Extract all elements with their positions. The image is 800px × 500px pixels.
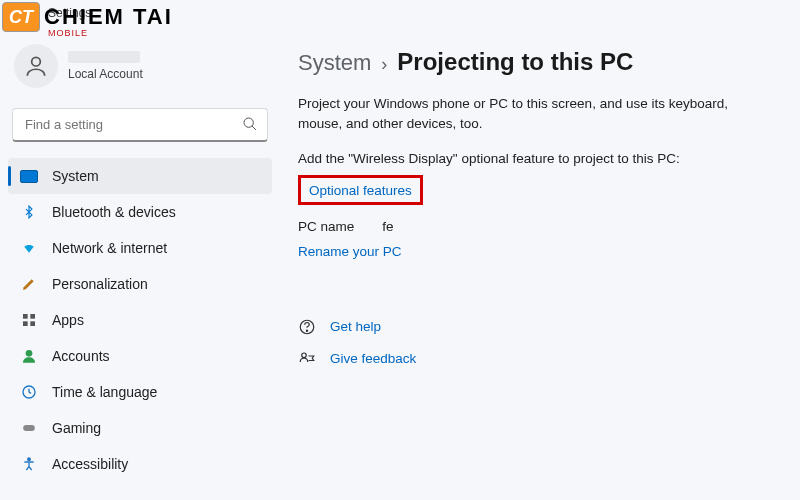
pc-name-label: PC name (298, 219, 354, 234)
svg-point-10 (28, 458, 31, 461)
sidebar-item-network[interactable]: Network & internet (8, 230, 272, 266)
get-help-link[interactable]: Get help (330, 319, 381, 334)
accessibility-icon (20, 455, 38, 473)
page-title: Projecting to this PC (397, 48, 633, 76)
watermark-overlay: CT CHIEM TAI MOBILE (2, 2, 173, 38)
svg-point-0 (32, 57, 41, 66)
sidebar-item-accessibility[interactable]: Accessibility (8, 446, 272, 482)
svg-point-1 (244, 118, 253, 127)
page-description: Project your Windows phone or PC to this… (298, 94, 728, 133)
breadcrumb-parent[interactable]: System (298, 50, 371, 76)
watermark-badge: CT (2, 2, 40, 32)
sidebar-item-gaming[interactable]: Gaming (8, 410, 272, 446)
feedback-icon (298, 350, 316, 368)
get-help-row[interactable]: Get help (298, 318, 772, 336)
pc-name-value: fe (382, 219, 393, 234)
give-feedback-link[interactable]: Give feedback (330, 351, 416, 366)
feature-instruction: Add the "Wireless Display" optional feat… (298, 149, 728, 169)
svg-point-12 (306, 330, 307, 331)
pc-name-row: PC name fe (298, 219, 772, 234)
svg-rect-4 (30, 314, 35, 319)
bluetooth-icon (20, 203, 38, 221)
nav-label: Gaming (52, 420, 101, 436)
svg-rect-9 (23, 425, 35, 431)
wifi-icon (20, 239, 38, 257)
give-feedback-row[interactable]: Give feedback (298, 350, 772, 368)
sidebar-item-personalization[interactable]: Personalization (8, 266, 272, 302)
account-type: Local Account (68, 67, 143, 81)
sidebar-item-system[interactable]: System (8, 158, 272, 194)
nav-label: Time & language (52, 384, 157, 400)
system-icon (20, 167, 38, 185)
svg-line-2 (252, 126, 256, 130)
sidebar-item-time[interactable]: Time & language (8, 374, 272, 410)
svg-point-13 (302, 353, 307, 358)
sidebar: Local Account System Bluetooth & devices… (0, 30, 280, 500)
nav-label: Bluetooth & devices (52, 204, 176, 220)
help-icon (298, 318, 316, 336)
svg-rect-3 (23, 314, 28, 319)
rename-pc-link[interactable]: Rename your PC (298, 244, 402, 259)
breadcrumb: System › Projecting to this PC (298, 48, 772, 76)
nav-label: Apps (52, 312, 84, 328)
nav-list: System Bluetooth & devices Network & int… (8, 158, 272, 482)
nav-label: Accounts (52, 348, 110, 364)
clock-globe-icon (20, 383, 38, 401)
account-name-placeholder (68, 51, 140, 63)
search-input[interactable] (12, 108, 268, 142)
main-content: System › Projecting to this PC Project y… (280, 30, 800, 500)
apps-icon (20, 311, 38, 329)
nav-label: System (52, 168, 99, 184)
sidebar-item-accounts[interactable]: Accounts (8, 338, 272, 374)
avatar (14, 44, 58, 88)
chevron-right-icon: › (381, 54, 387, 75)
person-icon (20, 347, 38, 365)
highlight-annotation: Optional features (298, 175, 423, 205)
svg-rect-6 (30, 321, 35, 326)
sidebar-item-apps[interactable]: Apps (8, 302, 272, 338)
account-block[interactable]: Local Account (8, 40, 272, 102)
user-icon (23, 53, 49, 79)
nav-label: Accessibility (52, 456, 128, 472)
nav-label: Network & internet (52, 240, 167, 256)
watermark-brand: CHIEM TAI (44, 4, 173, 30)
gaming-icon (20, 419, 38, 437)
nav-label: Personalization (52, 276, 148, 292)
sidebar-item-bluetooth[interactable]: Bluetooth & devices (8, 194, 272, 230)
svg-rect-5 (23, 321, 28, 326)
search-icon (242, 116, 258, 132)
svg-point-7 (26, 350, 33, 357)
paintbrush-icon (20, 275, 38, 293)
optional-features-link[interactable]: Optional features (309, 183, 412, 198)
